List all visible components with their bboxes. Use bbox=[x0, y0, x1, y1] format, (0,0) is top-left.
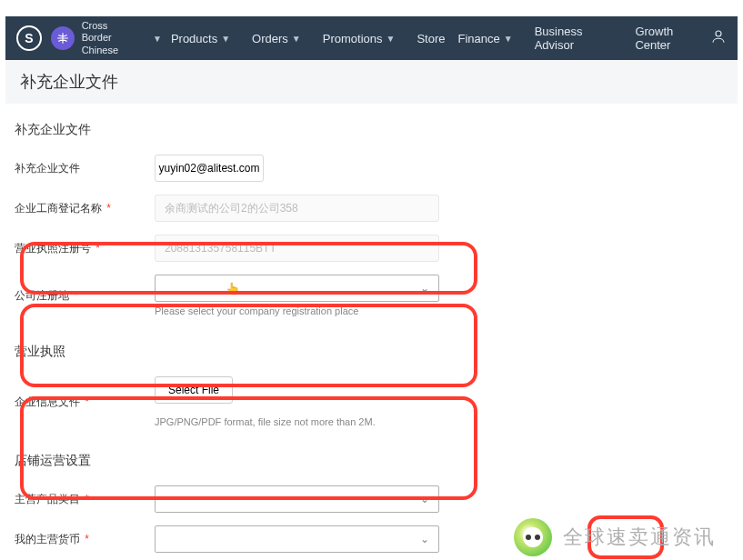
nav-orders-label: Orders bbox=[252, 32, 288, 45]
caret-down-icon: ▼ bbox=[221, 34, 230, 44]
nav-advisor[interactable]: Business Advisor bbox=[535, 25, 623, 52]
label-main-category: 主营产品类目 * bbox=[15, 492, 155, 507]
row-main-category: 主营产品类目 * ⌄ bbox=[15, 485, 732, 513]
nav-orders[interactable]: Orders▼ bbox=[252, 32, 310, 45]
label-main-currency: 我的主营货币 * bbox=[15, 532, 155, 547]
select-main-currency[interactable]: ⌄ bbox=[155, 525, 439, 553]
form-card: 补充企业文件 补充企业文件 yuyin02@alitest.com 企业工商登记… bbox=[0, 104, 743, 560]
wechat-icon bbox=[514, 518, 552, 556]
input-license-number[interactable]: 208813135758115BTT bbox=[155, 235, 439, 262]
nav-growth-label: Growth Center bbox=[635, 25, 710, 52]
language-selector[interactable]: Cross Border Chinese bbox=[82, 20, 140, 56]
nav-promotions[interactable]: Promotions▼ bbox=[323, 32, 405, 45]
chevron-down-icon: ⌄ bbox=[420, 493, 429, 505]
nav-store-label: Store bbox=[417, 32, 445, 45]
hint-file-format: JPG/PNG/PDF format, file size not more t… bbox=[155, 416, 376, 427]
watermark-text: 全球速卖通资讯 bbox=[563, 524, 716, 551]
cursor-icon: 👆 bbox=[226, 282, 240, 295]
row-account-email: 补充企业文件 yuyin02@alitest.com bbox=[15, 155, 732, 182]
user-icon[interactable] bbox=[710, 28, 727, 49]
lang-line1: Cross Border bbox=[82, 20, 140, 44]
nav-store[interactable]: Store bbox=[417, 32, 445, 45]
section3-title: 店铺运营设置 bbox=[15, 453, 732, 469]
row-registration-place: 公司注册地 * 👆 ⌄ Please select your company r… bbox=[15, 275, 732, 316]
label-registration-place: 公司注册地 * bbox=[15, 288, 155, 304]
select-main-category[interactable]: ⌄ bbox=[155, 485, 439, 513]
label-account-email: 补充企业文件 bbox=[15, 161, 155, 176]
nav-products-label: Products bbox=[171, 32, 217, 45]
globe-icon[interactable] bbox=[51, 26, 75, 50]
nav-products[interactable]: Products▼ bbox=[171, 32, 239, 45]
select-file-button[interactable]: Select File bbox=[155, 376, 233, 404]
label-license-number: 营业执照注册号 * bbox=[15, 241, 155, 256]
hint-registration-place: Please select your company registration … bbox=[155, 305, 439, 316]
nav-advisor-label: Business Advisor bbox=[535, 25, 623, 52]
main-nav: Products▼ Orders▼ Promotions▼ Store Fina… bbox=[171, 25, 710, 52]
caret-down-icon: ▼ bbox=[153, 34, 162, 44]
caret-down-icon: ▼ bbox=[504, 34, 513, 44]
top-navbar: S Cross Border Chinese ▼ Products▼ Order… bbox=[5, 16, 738, 60]
nav-promotions-label: Promotions bbox=[323, 32, 383, 45]
row-company-name: 企业工商登记名称 * 余商测试的公司2的公司358 bbox=[15, 195, 732, 222]
label-company-name: 企业工商登记名称 * bbox=[15, 201, 155, 216]
brand-logo: S bbox=[16, 25, 42, 51]
nav-finance-label: Finance bbox=[457, 32, 499, 45]
page-title: 补充企业文件 bbox=[5, 60, 738, 104]
caret-down-icon: ▼ bbox=[292, 34, 301, 44]
label-company-file: 企业信息文件 * bbox=[15, 395, 155, 410]
input-company-name[interactable]: 余商测试的公司2的公司358 bbox=[155, 195, 439, 222]
watermark: 全球速卖通资讯 bbox=[514, 518, 716, 556]
select-registration-place[interactable]: 👆 ⌄ bbox=[155, 275, 439, 302]
nav-finance[interactable]: Finance▼ bbox=[457, 32, 521, 45]
chevron-down-icon: ⌄ bbox=[420, 533, 429, 545]
row-license-number: 营业执照注册号 * 208813135758115BTT bbox=[15, 235, 732, 262]
section1-title: 补充企业文件 bbox=[15, 122, 732, 138]
svg-point-0 bbox=[716, 31, 721, 36]
caret-down-icon: ▼ bbox=[387, 34, 396, 44]
lang-line2: Chinese bbox=[82, 45, 140, 56]
nav-growth[interactable]: Growth Center bbox=[635, 25, 710, 52]
value-account-email: yuyin02@alitest.com bbox=[155, 155, 264, 182]
section2-title: 营业执照 bbox=[15, 344, 732, 360]
chevron-down-icon: ⌄ bbox=[420, 282, 429, 295]
row-company-file: 企业信息文件 * Select File JPG/PNG/PDF format,… bbox=[15, 376, 732, 427]
